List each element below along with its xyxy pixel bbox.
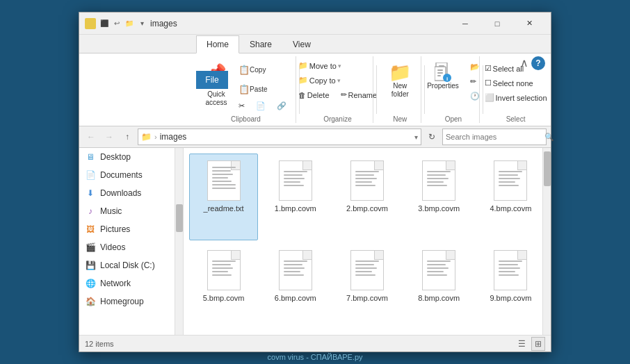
sidebar-item-local-disk[interactable]: 💾 Local Disk (C:) (79, 256, 183, 274)
files-scroll-thumb (544, 151, 551, 186)
move-to-dropdown: ▾ (338, 63, 341, 69)
paste-shortcut-button[interactable]: 🔗 (272, 99, 291, 113)
sidebar-item-downloads[interactable]: ⬇ Downloads (79, 184, 183, 202)
file-doc-line (355, 185, 375, 186)
file-doc-line (427, 271, 444, 272)
window: ⬛ ↩ 📁 ▾ images ─ □ ✕ File Home Share Vie… (79, 12, 551, 352)
files-area: _readme.txt1.bmp.covm2.bmp.covm3.bmp.cov… (184, 148, 551, 335)
move-to-button[interactable]: 📁 Move to ▾ (293, 59, 382, 72)
file-doc-line (212, 264, 231, 265)
copy-path-button[interactable]: 📄 (251, 99, 270, 113)
svg-text:i: i (446, 76, 448, 82)
file-doc-lines (427, 260, 451, 276)
file-doc-line (284, 274, 304, 276)
new-folder-icon: 📁 (390, 63, 410, 82)
cut-button[interactable]: ✂ (234, 99, 250, 113)
file-item[interactable]: 9.bmp.covm (476, 243, 545, 330)
ribbon-group-new: 📁 New folder New (380, 56, 421, 123)
address-dropdown[interactable]: ▾ (414, 133, 418, 141)
forward-button[interactable]: → (102, 129, 117, 144)
open-group-label: Open (445, 115, 462, 123)
new-folder-button[interactable]: 📁 New folder (384, 59, 417, 102)
sidebar-item-pictures[interactable]: 🖼 Pictures (79, 220, 183, 238)
delete-icon: 🗑 (298, 91, 306, 99)
file-item[interactable]: 5.bmp.covm (189, 243, 258, 330)
sidebar-item-desktop[interactable]: 🖥 Desktop (79, 148, 183, 166)
svg-rect-7 (437, 75, 441, 76)
ribbon-toggle[interactable]: ∧ (520, 56, 528, 69)
file-item[interactable]: 6.bmp.covm (261, 243, 330, 330)
file-icon-3 (417, 158, 461, 203)
file-item[interactable]: 2.bmp.covm (332, 154, 401, 240)
search-input[interactable] (446, 133, 542, 141)
file-item[interactable]: 1.bmp.covm (261, 154, 330, 240)
file-item[interactable]: 7.bmp.covm (332, 243, 401, 330)
invert-selection-button[interactable]: ⬜ Invert selection (480, 91, 552, 104)
ribbon-group-organize: 📁 Move to ▾ 📁 Copy to ▾ 🗑 Delete (302, 56, 373, 123)
file-name: 8.bmp.covm (418, 294, 460, 302)
file-icon-7 (345, 248, 389, 292)
refresh-button[interactable]: ↻ (424, 129, 439, 144)
tab-share[interactable]: Share (239, 35, 282, 53)
minimize-button[interactable]: ─ (449, 13, 481, 35)
copy-to-dropdown: ▾ (337, 77, 341, 84)
tab-view[interactable]: View (282, 35, 321, 53)
file-doc-lines (427, 171, 451, 186)
properties-button[interactable]: i Properties (422, 59, 464, 93)
file-doc-line (499, 181, 515, 183)
sidebar-item-homegroup[interactable]: 🏠 Homegroup (79, 292, 183, 311)
organize-buttons: 📁 Move to ▾ 📁 Copy to ▾ 🗑 Delete (293, 59, 382, 101)
copy-to-button[interactable]: 📁 Copy to ▾ (293, 74, 382, 87)
details-view-button[interactable]: ☰ (515, 337, 528, 351)
back-button[interactable]: ← (83, 129, 99, 144)
select-label: Select (506, 115, 526, 123)
up-button[interactable]: ↑ (120, 129, 135, 144)
sidebar-scrollbar[interactable] (175, 148, 183, 335)
organize-extra: 🗑 Delete ✏ Rename (293, 88, 382, 101)
sidebar-item-documents[interactable]: 📄 Documents (79, 166, 183, 184)
music-icon: ♪ (85, 206, 96, 217)
file-doc-line (355, 181, 372, 183)
invert-icon: ⬜ (485, 93, 494, 102)
files-scrollbar[interactable] (542, 148, 551, 335)
file-doc-line (212, 177, 229, 179)
sidebar-item-videos[interactable]: 🎬 Videos (79, 238, 183, 256)
file-doc-line (284, 271, 300, 272)
file-item[interactable]: 4.bmp.covm (476, 154, 545, 240)
folder-icon (85, 18, 96, 29)
file-item[interactable]: _readme.txt (189, 154, 258, 240)
search-bar[interactable]: 🔍 (442, 129, 547, 145)
rename-button[interactable]: ✏ Rename (336, 88, 382, 101)
file-item[interactable]: 3.bmp.covm (405, 154, 474, 240)
tab-file[interactable]: File (196, 71, 228, 89)
file-doc-shape (350, 250, 384, 290)
close-button[interactable]: ✕ (513, 13, 545, 35)
file-doc-line (212, 184, 236, 185)
file-name: 2.bmp.covm (346, 204, 388, 213)
svg-rect-6 (437, 72, 443, 74)
maximize-button[interactable]: □ (481, 13, 513, 35)
file-doc-line (355, 260, 379, 262)
file-doc-shape (279, 160, 312, 201)
large-icons-view-button[interactable]: ⊞ (531, 337, 545, 351)
qa-dropdown[interactable]: ▾ (136, 18, 147, 29)
file-doc-line (212, 170, 231, 172)
file-doc-line (427, 185, 447, 186)
address-bar[interactable]: 📁 › images ▾ (138, 129, 421, 145)
file-doc-line (284, 171, 307, 172)
copy-button[interactable]: 📋 Copy (234, 60, 291, 78)
file-doc-line (212, 271, 229, 272)
file-doc-shape (207, 160, 241, 201)
paste-button[interactable]: 📋 Paste (234, 80, 291, 98)
help-button[interactable]: ? (531, 56, 545, 70)
item-count: 12 items (85, 340, 114, 348)
sidebar-item-network[interactable]: 🌐 Network (79, 274, 183, 292)
delete-button[interactable]: 🗑 Delete (293, 88, 334, 101)
tab-home[interactable]: Home (196, 35, 239, 53)
file-doc-line (499, 178, 520, 179)
file-item[interactable]: 8.bmp.covm (405, 243, 474, 330)
select-none-button[interactable]: ☐ Select none (480, 76, 552, 90)
sidebar-item-music[interactable]: ♪ Music (79, 202, 183, 220)
file-icon-4 (488, 158, 533, 203)
file-doc-line (499, 185, 519, 186)
